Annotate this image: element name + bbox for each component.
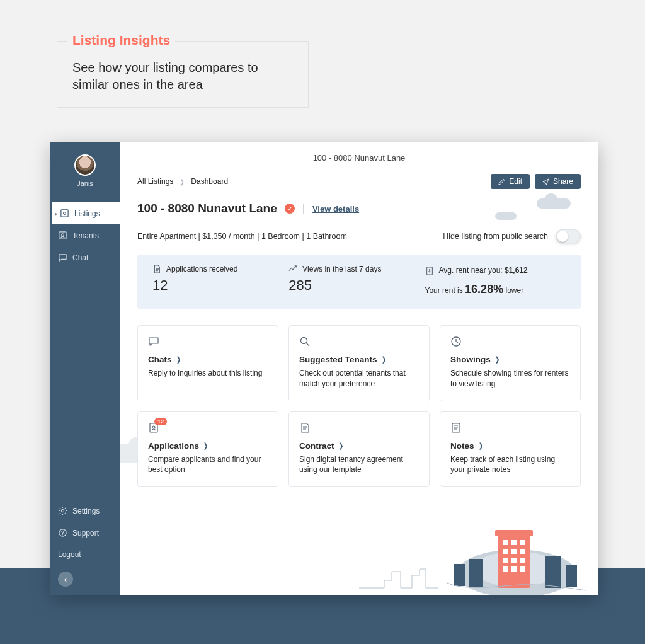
svg-point-11: [152, 426, 155, 428]
contract-icon: [299, 422, 311, 434]
chevron-right-icon: ❭: [381, 355, 387, 364]
user-block[interactable]: Janis: [50, 142, 120, 191]
chat-icon: [58, 253, 67, 262]
svg-rect-27: [503, 558, 508, 563]
card-showings[interactable]: Showings❭ Schedule showing times for ren…: [440, 325, 581, 401]
pencil-icon: [498, 178, 505, 185]
svg-rect-21: [503, 540, 508, 545]
svg-rect-2: [59, 232, 66, 239]
verified-badge-icon: ✓: [285, 204, 295, 214]
notes-icon: [450, 422, 462, 434]
sidebar-item-settings[interactable]: Settings: [50, 500, 120, 522]
stat-rent-compare: Avg. rent near you: $1,612 Your rent is …: [425, 265, 566, 299]
sidebar-item-chat[interactable]: Chat: [50, 246, 120, 268]
stat-views: Views in the last 7 days 285: [288, 265, 406, 299]
svg-rect-18: [566, 565, 577, 587]
hide-listing-label: Hide listing from public search: [443, 232, 548, 241]
avatar: [74, 154, 96, 176]
chevron-right-icon: ❭: [494, 355, 500, 364]
page-title: 100 - 8080 Nunavut Lane: [137, 202, 277, 216]
sidebar-item-tenants[interactable]: Tenants: [50, 224, 120, 246]
cloud-decoration: [537, 198, 571, 209]
svg-rect-24: [503, 549, 508, 554]
stat-value: 285: [288, 277, 406, 294]
chevron-right-icon: ❭: [180, 178, 185, 185]
breadcrumb-item[interactable]: Dashboard: [191, 177, 228, 186]
svg-rect-23: [520, 540, 525, 545]
topbar: All Listings ❭ Dashboard Edit Share: [120, 171, 598, 189]
stats-bar: Applications received 12 Views in the la…: [137, 255, 581, 309]
sidebar-item-support[interactable]: Support: [50, 522, 120, 544]
breadcrumb-item[interactable]: All Listings: [137, 177, 173, 186]
svg-rect-22: [511, 540, 517, 545]
heading-row: 100 - 8080 Nunavut Lane ✓ | View details: [120, 189, 598, 216]
card-contract[interactable]: Contract❭ Sign digital tenancy agreement…: [288, 411, 430, 488]
svg-point-1: [64, 212, 66, 215]
listings-icon: [60, 209, 69, 218]
clock-icon: [450, 336, 462, 347]
sidebar-item-logout[interactable]: Logout: [50, 544, 120, 565]
hide-listing-toggle[interactable]: [556, 229, 581, 243]
svg-rect-31: [511, 566, 517, 572]
card-chats[interactable]: Chats❭ Reply to inquiries about this lis…: [137, 325, 278, 401]
sidebar-item-label: Logout: [58, 550, 81, 559]
hide-listing-toggle-group: Hide listing from public search: [443, 229, 581, 243]
promo-title: Listing Insights: [67, 33, 175, 48]
svg-rect-19: [498, 532, 530, 588]
svg-rect-0: [61, 210, 68, 217]
card-suggested-tenants[interactable]: Suggested Tenants❭ Check out potential t…: [288, 325, 430, 401]
document-icon: [152, 265, 161, 273]
main-panel: 100 - 8080 Nunavut Lane All Listings ❭ D…: [120, 142, 598, 595]
svg-rect-29: [520, 558, 525, 563]
breadcrumb: All Listings ❭ Dashboard: [137, 177, 228, 186]
card-notes[interactable]: Notes❭ Keep track of each listing using …: [440, 411, 581, 488]
user-name: Janis: [50, 180, 120, 187]
badge-count: 12: [154, 418, 167, 425]
svg-rect-20: [495, 530, 533, 536]
primary-nav: Listings Tenants Chat: [50, 202, 120, 268]
price-icon: [425, 267, 434, 275]
sidebar-item-listings[interactable]: Listings: [50, 202, 120, 224]
sidebar-item-label: Support: [72, 529, 99, 538]
cards-grid: Chats❭ Reply to inquiries about this lis…: [120, 309, 598, 493]
chevron-left-icon: ‹: [64, 575, 67, 584]
edit-button[interactable]: Edit: [491, 174, 530, 189]
chevron-right-icon: ❭: [203, 442, 208, 450]
send-icon: [542, 178, 549, 185]
svg-point-8: [301, 337, 307, 343]
svg-rect-28: [511, 558, 517, 563]
chevron-right-icon: ❭: [338, 442, 344, 450]
sidebar-item-label: Chat: [72, 253, 88, 262]
cloud-decoration: [495, 212, 517, 220]
tenants-icon: [58, 231, 67, 240]
svg-point-14: [474, 551, 559, 587]
stat-value: 12: [152, 277, 270, 294]
listing-meta-row: Entire Apartment | $1,350 / month | 1 Be…: [120, 216, 598, 243]
sidebar-item-label: Settings: [72, 507, 100, 515]
sidebar-item-label: Tenants: [72, 231, 99, 240]
card-applications[interactable]: 12 Applications❭ Compare applicants and …: [137, 411, 278, 488]
svg-point-4: [61, 509, 64, 512]
svg-rect-32: [520, 566, 525, 572]
view-details-link[interactable]: View details: [312, 204, 359, 214]
chevron-right-icon: ❭: [176, 355, 181, 364]
help-icon: [58, 528, 67, 538]
svg-point-6: [62, 534, 63, 535]
svg-rect-17: [545, 556, 561, 588]
search-icon: [299, 336, 311, 347]
svg-rect-12: [452, 423, 460, 432]
svg-rect-16: [469, 559, 483, 587]
sidebar-item-label: Listings: [74, 209, 100, 218]
svg-rect-30: [503, 566, 508, 572]
chat-icon: [148, 336, 159, 347]
applications-icon: 12: [148, 422, 159, 434]
svg-rect-15: [454, 564, 465, 586]
app-window: Janis Listings Tenants Chat: [50, 142, 598, 595]
city-illustration: [359, 520, 592, 595]
sidebar-bottom: Settings Support Logout ‹: [50, 500, 120, 595]
collapse-sidebar-button[interactable]: ‹: [58, 572, 73, 587]
sidebar: Janis Listings Tenants Chat: [50, 142, 120, 595]
svg-rect-25: [511, 549, 517, 554]
promo-callout: Listing Insights See how your listing co…: [57, 41, 309, 108]
share-button[interactable]: Share: [535, 174, 581, 189]
